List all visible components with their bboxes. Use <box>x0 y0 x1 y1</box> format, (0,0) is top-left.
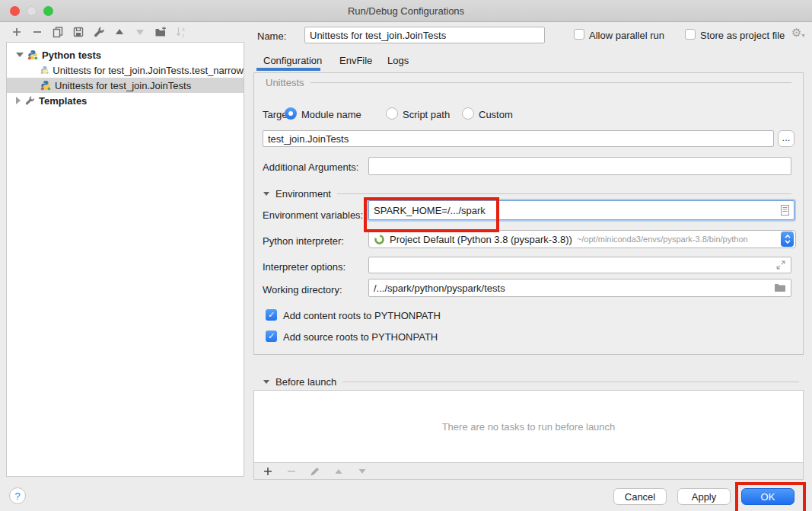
configurations-toolbar: az <box>11 26 187 38</box>
save-configuration-icon[interactable] <box>72 26 84 38</box>
python-tests-icon <box>40 65 49 75</box>
sort-configurations-icon[interactable]: az <box>175 26 187 38</box>
move-task-up-icon[interactable] <box>333 465 345 477</box>
unittests-group-header: Unittests <box>266 77 791 88</box>
configurations-tree: Python tests Unittests for test_join.Joi… <box>6 42 244 477</box>
gear-icon[interactable]: ⚙▾ <box>791 27 804 39</box>
tree-group-label: Python tests <box>42 50 101 61</box>
collapse-icon[interactable] <box>16 53 24 57</box>
target-module-name-label[interactable]: Module name <box>301 109 361 120</box>
svg-text:a: a <box>182 27 185 32</box>
copy-configuration-icon[interactable] <box>52 26 64 38</box>
apply-button[interactable]: Apply <box>677 488 731 505</box>
before-launch-section-label: Before launch <box>275 376 336 388</box>
help-button[interactable]: ? <box>9 487 26 504</box>
before-launch-empty-text: There are no tasks to run before launch <box>442 421 616 433</box>
edit-templates-icon[interactable] <box>93 26 105 38</box>
folder-icon[interactable] <box>774 282 786 294</box>
browse-variables-icon[interactable] <box>781 205 789 216</box>
store-as-project-file-label: Store as project file <box>700 30 785 41</box>
tree-group-python-tests[interactable]: Python tests <box>7 47 244 62</box>
target-module-name-radio[interactable] <box>285 107 297 120</box>
interpreter-options-label: Interpreter options: <box>263 261 345 273</box>
python-interpreter-label: Python interpreter: <box>263 235 344 247</box>
before-launch-section-header[interactable]: Before launch <box>263 376 799 388</box>
run-debug-configurations-dialog: Run/Debug Configurations az Python tests… <box>0 0 812 511</box>
allow-parallel-run-label: Allow parallel run <box>589 30 664 41</box>
tree-group-templates[interactable]: Templates <box>7 93 244 108</box>
add-source-roots-label: Add source roots to PYTHONPATH <box>283 331 438 343</box>
before-launch-task-list[interactable]: There are no tasks to run before launch <box>253 390 804 463</box>
add-configuration-icon[interactable] <box>11 26 23 38</box>
cancel-button[interactable]: Cancel <box>613 488 667 505</box>
python-tests-icon <box>27 50 38 60</box>
environment-section-label: Environment <box>275 188 331 200</box>
collapse-icon[interactable] <box>263 380 269 384</box>
divider <box>337 193 791 194</box>
python-interpreter-path: ~/opt/miniconda3/envs/pyspark-3.8/bin/py… <box>577 235 748 244</box>
python-tests-icon <box>40 80 51 91</box>
working-directory-value: /.../spark/python/pyspark/tests <box>374 283 505 294</box>
python-interpreter-value: Project Default (Python 3.8 (pyspark-3.8… <box>390 234 572 245</box>
tab-envfile[interactable]: EnvFile <box>339 55 372 66</box>
target-script-path-radio[interactable] <box>386 107 398 120</box>
additional-arguments-label: Additional Arguments: <box>263 161 358 173</box>
working-directory-input[interactable]: /.../spark/python/pyspark/tests <box>368 279 791 297</box>
unittests-group-label: Unittests <box>266 77 304 88</box>
divider <box>310 82 791 83</box>
additional-arguments-input[interactable] <box>368 157 791 175</box>
add-task-icon[interactable] <box>262 465 274 477</box>
edit-task-icon[interactable] <box>309 465 321 477</box>
target-custom-radio[interactable] <box>462 107 474 120</box>
svg-text:z: z <box>182 33 184 38</box>
name-input[interactable] <box>304 27 545 43</box>
add-content-roots-label: Add content roots to PYTHONPATH <box>283 310 441 321</box>
move-task-down-icon[interactable] <box>356 465 368 477</box>
before-launch-toolbar <box>253 463 804 480</box>
chevron-up-down-icon[interactable] <box>781 232 794 247</box>
python-interpreter-combobox[interactable]: Project Default (Python 3.8 (pyspark-3.8… <box>368 230 796 248</box>
remove-task-icon[interactable] <box>285 465 298 477</box>
environment-variables-label: Environment variables: <box>263 209 363 221</box>
tree-item-label: Unittests for test_join.JoinTests.test_n… <box>53 65 244 76</box>
tree-group-label: Templates <box>39 95 87 107</box>
working-directory-label: Working directory: <box>263 284 342 295</box>
move-up-icon[interactable] <box>113 26 126 38</box>
add-source-roots-checkbox[interactable]: ✓ <box>266 331 277 342</box>
expand-field-icon[interactable] <box>775 260 786 270</box>
annotation-box-environment-variables <box>364 197 499 232</box>
tree-item-label: Unittests for test_join.JoinTests <box>55 80 191 91</box>
remove-configuration-icon[interactable] <box>31 26 43 38</box>
tab-configuration[interactable]: Configuration <box>263 55 322 66</box>
target-custom-label[interactable]: Custom <box>479 109 513 120</box>
interpreter-options-input[interactable] <box>368 257 791 273</box>
tree-item-test-narrow[interactable]: Unittests for test_join.JoinTests.test_n… <box>7 62 244 78</box>
expand-icon[interactable] <box>16 97 21 104</box>
target-script-path-label[interactable]: Script path <box>403 109 450 120</box>
collapse-icon[interactable] <box>263 192 269 196</box>
annotation-box-ok-button <box>735 482 806 511</box>
add-content-roots-checkbox[interactable]: ✓ <box>266 309 277 321</box>
tree-item-jointests-selected[interactable]: Unittests for test_join.JoinTests <box>7 78 244 93</box>
new-folder-icon[interactable] <box>154 26 167 38</box>
environment-section-header[interactable]: Environment <box>263 188 791 200</box>
title-bar[interactable]: Run/Debug Configurations <box>0 0 812 22</box>
allow-parallel-run-checkbox[interactable] <box>574 29 584 40</box>
move-down-icon[interactable] <box>134 26 146 38</box>
divider <box>342 382 799 382</box>
target-value-input[interactable] <box>263 130 774 147</box>
tab-logs[interactable]: Logs <box>387 55 409 66</box>
window-title: Run/Debug Configurations <box>0 5 812 17</box>
store-as-project-file-checkbox[interactable] <box>685 29 696 40</box>
conda-environment-icon <box>374 234 385 245</box>
browse-button[interactable]: ... <box>778 130 794 147</box>
name-label: Name: <box>257 30 286 42</box>
templates-wrench-icon <box>24 95 35 106</box>
active-tab-underline <box>256 68 320 71</box>
